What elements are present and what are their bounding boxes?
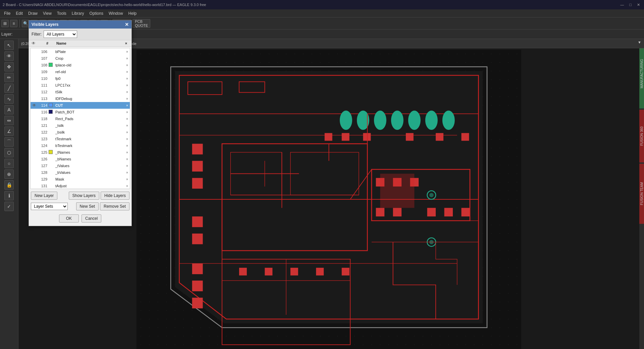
table-row[interactable]: 127_tValues× xyxy=(31,162,130,169)
table-row[interactable]: 124bTestmark× xyxy=(31,142,130,149)
tool-move[interactable]: ✥ xyxy=(4,62,14,71)
layer-eye-cell[interactable] xyxy=(31,109,38,115)
menu-tools[interactable]: Tools xyxy=(54,11,69,16)
right-tab-fusion360[interactable]: FUSION 360 xyxy=(639,110,644,162)
layer-eye-cell[interactable] xyxy=(31,156,38,162)
table-row[interactable]: 👁114CUT× xyxy=(31,102,130,109)
dialog-close-button[interactable]: ✕ xyxy=(125,22,129,27)
layer-x-cell[interactable]: × xyxy=(124,183,130,189)
layer-eye-cell[interactable] xyxy=(31,68,38,75)
tool-angle[interactable]: ∠ xyxy=(4,127,14,136)
layer-eye-cell[interactable] xyxy=(31,142,38,149)
layer-table-container[interactable]: 106bPlate×107Crop×108tplace-old×109ref-o… xyxy=(30,48,130,189)
menu-options[interactable]: Options xyxy=(87,11,106,16)
layer-x-cell[interactable]: × xyxy=(124,122,130,129)
tool-text[interactable]: A xyxy=(4,105,14,114)
tool-select[interactable]: ↖ xyxy=(4,41,14,50)
menu-window[interactable]: Window xyxy=(106,11,126,16)
toolbar-layers-icon[interactable]: ≡ xyxy=(10,20,17,27)
layer-eye-cell[interactable] xyxy=(31,122,38,129)
layer-x-cell[interactable]: × xyxy=(124,115,130,122)
layer-x-cell[interactable]: × xyxy=(124,156,130,162)
tool-pencil[interactable]: ✏ xyxy=(4,73,14,82)
menu-view[interactable]: View xyxy=(40,11,54,16)
maximize-button[interactable]: □ xyxy=(628,3,633,7)
layer-x-cell[interactable]: × xyxy=(124,48,130,55)
table-row[interactable]: 109ref-old× xyxy=(31,68,130,75)
status-bar-close[interactable]: ▼ xyxy=(638,40,641,44)
table-row[interactable]: 125_tNames× xyxy=(31,149,130,156)
table-row[interactable]: 112tSilk× xyxy=(31,89,130,95)
table-row[interactable]: 118Rect_Pads× xyxy=(31,115,130,122)
close-button[interactable]: ✕ xyxy=(636,3,641,7)
layer-x-cell[interactable]: × xyxy=(124,102,130,109)
tool-via[interactable]: ⊕ xyxy=(4,169,14,179)
tool-wire[interactable]: ∿ xyxy=(4,94,14,104)
table-row[interactable]: 108tplace-old× xyxy=(31,62,130,68)
layer-eye-cell[interactable] xyxy=(31,129,38,136)
right-tab-fusion-team[interactable]: FUSION TEAM xyxy=(639,164,644,223)
tool-lock[interactable]: 🔒 xyxy=(4,180,14,190)
table-row[interactable]: 110fp0× xyxy=(31,75,130,82)
table-row[interactable]: 106bPlate× xyxy=(31,48,130,55)
right-tab-manufacturing[interactable]: MANUFACTURING xyxy=(639,39,644,108)
layer-x-cell[interactable]: × xyxy=(124,95,130,102)
hide-layers-button[interactable]: Hide Layers xyxy=(101,192,129,200)
table-row[interactable]: 131tAdjust× xyxy=(31,183,130,189)
layer-x-cell[interactable]: × xyxy=(124,62,130,68)
table-row[interactable]: 122_bsilk× xyxy=(31,129,130,136)
tool-info[interactable]: ℹ xyxy=(4,191,14,200)
layer-eye-cell[interactable] xyxy=(31,89,38,95)
layer-eye-cell[interactable] xyxy=(31,48,38,55)
menu-help[interactable]: Help xyxy=(126,11,140,16)
menu-file[interactable]: File xyxy=(1,11,13,16)
layer-x-cell[interactable]: × xyxy=(124,55,130,62)
minimize-button[interactable]: — xyxy=(619,3,625,7)
tool-circle[interactable]: ○ xyxy=(4,159,14,168)
table-row[interactable]: 126_bNames× xyxy=(31,156,130,162)
layer-x-cell[interactable]: × xyxy=(124,136,130,142)
table-row[interactable]: 123tTestmark× xyxy=(31,136,130,142)
layer-eye-cell[interactable] xyxy=(31,95,38,102)
layer-x-cell[interactable]: × xyxy=(124,162,130,169)
layer-x-cell[interactable]: × xyxy=(124,68,130,75)
layer-x-cell[interactable]: × xyxy=(124,149,130,156)
tool-curve[interactable]: ⌒ xyxy=(4,137,14,147)
layer-eye-cell[interactable] xyxy=(31,183,38,189)
menu-edit[interactable]: Edit xyxy=(13,11,25,16)
layer-eye-cell[interactable] xyxy=(31,55,38,62)
toolbar-grid-icon[interactable]: ⊞ xyxy=(1,20,9,27)
toolbar-zoom-in-icon[interactable]: 🔍 xyxy=(22,20,29,27)
layer-eye-cell[interactable] xyxy=(31,115,38,122)
menu-draw[interactable]: Draw xyxy=(25,11,40,16)
layer-eye-cell[interactable] xyxy=(31,75,38,82)
layer-eye-cell[interactable] xyxy=(31,162,38,169)
layer-x-cell[interactable]: × xyxy=(124,176,130,183)
layer-x-cell[interactable]: × xyxy=(124,109,130,115)
tool-polygon[interactable]: ⬡ xyxy=(4,148,14,157)
layer-eye-cell[interactable] xyxy=(31,82,38,89)
layer-eye-cell[interactable]: 👁 xyxy=(31,102,38,109)
layer-eye-cell[interactable] xyxy=(31,149,38,156)
tool-eye[interactable]: 👁 xyxy=(4,51,14,61)
new-set-button[interactable]: New Set xyxy=(76,202,99,210)
layer-eye-cell[interactable] xyxy=(31,169,38,176)
table-row[interactable]: 129Mask× xyxy=(31,176,130,183)
table-row[interactable]: 121_tsilk× xyxy=(31,122,130,129)
tool-measure[interactable]: ⇔ xyxy=(4,116,14,125)
layer-eye-cell[interactable] xyxy=(31,62,38,68)
layer-x-cell[interactable]: × xyxy=(124,82,130,89)
filter-select[interactable]: All Layers Signal Layers Board Layers xyxy=(44,31,77,38)
remove-set-button[interactable]: Remove Set xyxy=(100,202,129,210)
table-row[interactable]: 111LPC17xx× xyxy=(31,82,130,89)
show-layers-button[interactable]: Show Layers xyxy=(69,192,99,200)
tool-line[interactable]: ╱ xyxy=(4,84,14,93)
layer-x-cell[interactable]: × xyxy=(124,89,130,95)
layer-x-cell[interactable]: × xyxy=(124,142,130,149)
cancel-button[interactable]: Cancel xyxy=(82,214,101,222)
layer-x-cell[interactable]: × xyxy=(124,75,130,82)
table-row[interactable]: 107Crop× xyxy=(31,55,130,62)
layer-eye-cell[interactable] xyxy=(31,136,38,142)
ok-button[interactable]: OK xyxy=(59,214,79,222)
layer-x-cell[interactable]: × xyxy=(124,169,130,176)
